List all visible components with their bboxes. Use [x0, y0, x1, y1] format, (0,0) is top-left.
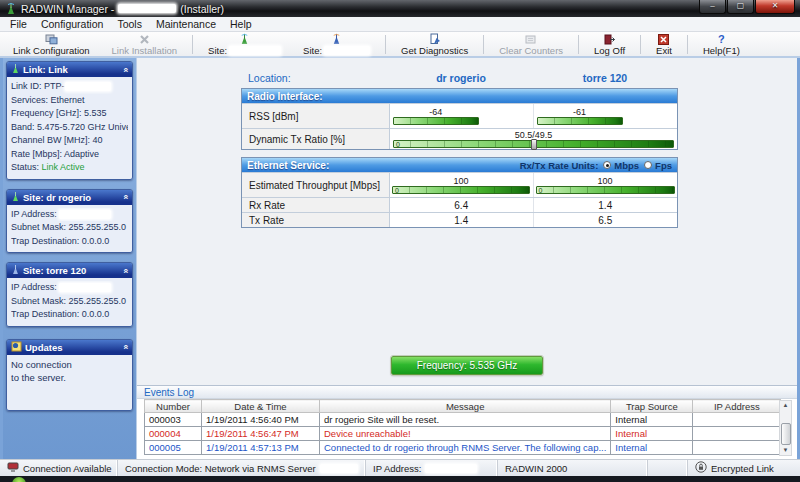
- clear-counters-button: Clear Counters: [488, 33, 574, 56]
- redacted-text: [320, 464, 358, 473]
- unit-mbps-radio[interactable]: Mbps: [603, 160, 639, 171]
- toolbar-separator: [192, 35, 193, 54]
- site-a-panel-header[interactable]: Site: dr rogerio «: [7, 190, 132, 205]
- events-header-row: Number Date & Time Message Trap Source I…: [145, 400, 781, 413]
- close-button[interactable]: ✕: [755, 0, 795, 14]
- antenna-icon: [11, 63, 20, 76]
- rss-bar-site-b: [537, 117, 623, 125]
- redacted-text: [118, 4, 176, 13]
- col-message[interactable]: Message: [320, 400, 611, 413]
- ethernet-service-table: Ethernet Service: Rx/Tx Rate Units: Mbps…: [241, 157, 678, 228]
- window-title: RADWIN Manager - (Installer): [21, 3, 224, 15]
- rx-rate-row: Rx Rate 6.4 1.4: [242, 197, 677, 212]
- redacted-text: [59, 283, 111, 292]
- frequency-button[interactable]: Frequency: 5.535 GHz: [391, 356, 543, 375]
- exit-button[interactable]: Exit: [645, 33, 683, 56]
- connection-mode-segment: Connection Mode: Network via RNMS Server: [118, 460, 366, 476]
- unit-fps-radio[interactable]: Fps: [644, 160, 672, 171]
- link-panel-body: Link ID: PTP- Services: Ethernet Frequen…: [7, 77, 132, 179]
- throughput-value-site-b: 100: [536, 176, 675, 186]
- help-button[interactable]: ? Help(F1): [692, 33, 751, 56]
- tx-ratio-bar: 0: [393, 140, 674, 148]
- tx-ratio-slider-thumb[interactable]: [531, 139, 537, 150]
- site-b-panel-header[interactable]: Site: torre 120 «: [7, 263, 132, 278]
- site-a-panel-body: IP Address: Subnet Mask: 255.255.255.0 T…: [7, 205, 132, 253]
- menu-bar: File Configuration Tools Maintenance Hel…: [0, 17, 800, 32]
- radio-interface-header: Radio Interface:: [242, 89, 677, 103]
- tx-ratio-row: Dynamic Tx Ratio [%] 50.5/49.5 0: [242, 128, 677, 149]
- content-area: Location: dr rogerio torre 120 Radio Int…: [136, 58, 797, 459]
- tx-ratio-label: Dynamic Tx Ratio [%]: [242, 129, 390, 149]
- throughput-bar-site-b: 0: [536, 186, 675, 194]
- collapse-icon[interactable]: «: [120, 67, 130, 72]
- col-datetime[interactable]: Date & Time: [202, 400, 320, 413]
- redacted-text: [324, 46, 370, 55]
- updates-icon: [11, 341, 22, 354]
- link-installation-button: Link Installation: [101, 33, 188, 56]
- menu-maintenance[interactable]: Maintenance: [149, 18, 223, 30]
- link-configuration-button[interactable]: Link Configuration: [2, 33, 101, 56]
- minimize-button[interactable]: –: [699, 0, 726, 14]
- lock-icon: [695, 461, 707, 475]
- rate-units-label: Rx/Tx Rate Units:: [520, 160, 599, 171]
- col-ip-address[interactable]: IP Address: [693, 400, 781, 413]
- app-icon: [5, 2, 17, 15]
- updates-panel-header[interactable]: Updates «: [7, 340, 132, 355]
- link-panel: Link: Link « Link ID: PTP- Services: Eth…: [6, 61, 133, 180]
- updates-panel-body: No connection to the server.: [7, 355, 132, 410]
- events-log-body: Number Date & Time Message Trap Source I…: [137, 399, 797, 459]
- exit-icon: [658, 33, 669, 45]
- site-a-panel: Site: dr rogerio « IP Address: Subnet Ma…: [6, 189, 133, 254]
- taskbar-sliver: [0, 476, 800, 482]
- clear-counters-icon: [525, 33, 537, 45]
- collapse-icon[interactable]: «: [120, 194, 130, 199]
- event-row[interactable]: 0000031/19/2011 4:56:40 PMdr rogerio Sit…: [145, 413, 781, 427]
- get-diagnostics-icon: [429, 33, 441, 45]
- site-b-panel: Site: torre 120 « IP Address: Subnet Mas…: [6, 262, 133, 327]
- site-b-name: torre 120: [533, 72, 677, 84]
- menu-tools[interactable]: Tools: [110, 18, 149, 30]
- events-scrollbar[interactable]: ▲ ▼: [779, 400, 792, 456]
- radwin-manager-window: RADWIN Manager - (Installer) – ▢ ✕ File …: [0, 0, 800, 482]
- connection-icon: [7, 462, 19, 474]
- col-number[interactable]: Number: [145, 400, 202, 413]
- scrollbar-thumb[interactable]: [781, 423, 791, 445]
- help-icon: ?: [718, 33, 725, 45]
- encryption-segment: Encrypted Link: [688, 460, 800, 476]
- menu-help[interactable]: Help: [223, 18, 259, 30]
- event-row[interactable]: 0000041/19/2011 4:56:47 PMDevice unreach…: [145, 427, 781, 441]
- rss-value-site-b: -61: [537, 107, 623, 117]
- toolbar-separator: [385, 35, 386, 54]
- radio-interface-table: Radio Interface: RSS [dBm] -64 -61: [241, 88, 678, 150]
- link-status-value: Link Active: [42, 162, 85, 172]
- link-panel-header[interactable]: Link: Link «: [7, 62, 132, 77]
- log-off-button[interactable]: Log Off: [583, 33, 636, 56]
- rss-label: RSS [dBm]: [242, 104, 390, 128]
- throughput-row: Estimated Throughput [Mbps] 100 0 100 0: [242, 172, 677, 197]
- scroll-down-icon[interactable]: ▼: [780, 446, 791, 455]
- product-segment: RADWIN 2000: [498, 460, 648, 476]
- menu-configuration[interactable]: Configuration: [34, 18, 110, 30]
- antenna-icon: [11, 191, 20, 204]
- redacted-text: [229, 46, 281, 55]
- title-bar: RADWIN Manager - (Installer) – ▢ ✕: [0, 0, 800, 17]
- toolbar-separator: [687, 35, 688, 54]
- site-b-button[interactable]: Site:: [292, 33, 381, 56]
- get-diagnostics-button[interactable]: Get Diagnostics: [390, 33, 479, 56]
- throughput-value-site-a: 100: [392, 176, 530, 186]
- empty-segment: [648, 460, 688, 476]
- rx-rate-label: Rx Rate: [242, 198, 390, 212]
- collapse-icon[interactable]: «: [120, 268, 130, 273]
- col-trap-source[interactable]: Trap Source: [611, 400, 693, 413]
- events-log-title: Events Log: [137, 386, 797, 399]
- start-orb-icon[interactable]: [12, 477, 26, 482]
- link-configuration-icon: [45, 33, 58, 45]
- redacted-text: [59, 210, 111, 219]
- menu-file[interactable]: File: [3, 18, 34, 30]
- event-row[interactable]: 0000051/19/2011 4:57:13 PMConnected to d…: [145, 441, 781, 455]
- ip-address-segment: IP Address:: [366, 460, 498, 476]
- maximize-button[interactable]: ▢: [727, 0, 754, 14]
- site-a-button[interactable]: Site:: [197, 33, 292, 56]
- collapse-icon[interactable]: «: [120, 344, 130, 349]
- scroll-up-icon[interactable]: ▲: [780, 401, 791, 410]
